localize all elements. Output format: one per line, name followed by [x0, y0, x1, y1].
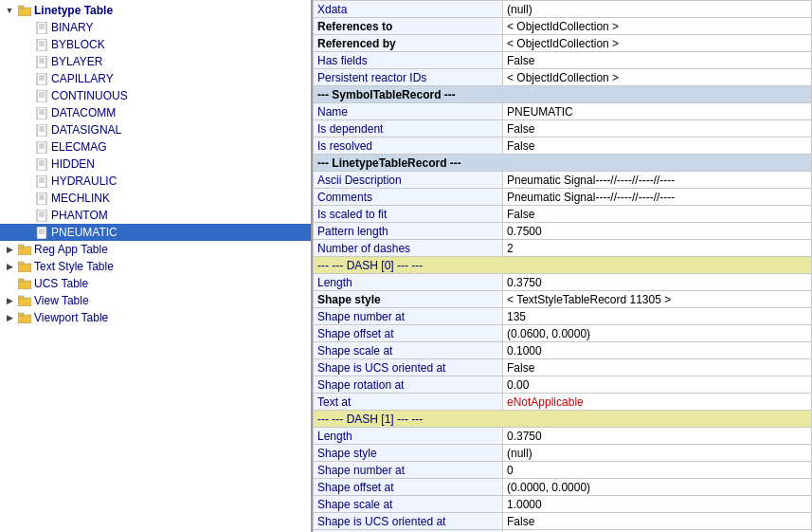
expander-icon[interactable]	[19, 71, 34, 86]
property-value: 0	[503, 462, 812, 479]
tree-item-mechlink[interactable]: MECHLINK	[0, 190, 311, 207]
property-value: False	[503, 120, 812, 138]
expander-icon[interactable]	[19, 156, 34, 172]
property-name: Shape rotation at	[314, 376, 503, 394]
expander-icon[interactable]	[19, 174, 34, 189]
svg-rect-34	[37, 158, 46, 171]
svg-rect-55	[18, 245, 24, 248]
property-name: Has fields	[314, 52, 503, 69]
property-value: eNotApplicable	[503, 394, 812, 411]
property-value: 135	[503, 308, 812, 325]
tree-item-ucs-table[interactable]: UCS Table	[0, 275, 311, 292]
property-row: CommentsPneumatic Signal----//----//----…	[314, 189, 812, 206]
svg-rect-63	[18, 313, 24, 316]
tree-label: CONTINUOUS	[51, 89, 128, 102]
property-row: Text ateNotApplicable	[314, 394, 812, 411]
dash-header-row: --- --- DASH [1] --- ---	[314, 411, 812, 428]
dash-header-label: --- --- DASH [1] --- ---	[314, 411, 812, 428]
expander-icon[interactable]	[2, 276, 17, 291]
property-value: False	[503, 206, 812, 223]
tree-item-binary[interactable]: BINARY	[0, 19, 311, 36]
tree-item-continuous[interactable]: CONTINUOUS	[0, 87, 311, 104]
svg-rect-2	[37, 22, 46, 34]
tree-node-icon	[17, 277, 32, 290]
property-name: Is dependent	[314, 120, 503, 138]
tree-item-view-table[interactable]: ▶View Table	[0, 292, 311, 309]
property-value: (0.0000, 0.0000)	[503, 479, 812, 496]
svg-rect-6	[37, 39, 46, 51]
property-name: Shape offset at	[314, 479, 503, 496]
property-row: Shape offset at(0.0000, 0.0000)	[314, 479, 812, 496]
property-row: Ascii DescriptionPneumatic Signal----//-…	[314, 172, 812, 189]
tree-item-capillary[interactable]: CAPILLARY	[0, 70, 311, 87]
tree-item-byblock[interactable]: BYBLOCK	[0, 36, 311, 53]
property-value: 1.0000	[503, 496, 812, 513]
tree-node-icon	[34, 123, 49, 137]
dash-header-row: --- --- DASH [0] --- ---	[314, 257, 812, 274]
property-row: Length0.3750	[314, 428, 812, 445]
tree-label: HIDDEN	[51, 157, 95, 171]
tree-item-reg-app-table[interactable]: ▶Reg App Table	[0, 241, 311, 258]
expander-icon[interactable]	[19, 208, 34, 223]
expander-icon[interactable]	[19, 88, 34, 103]
property-row: Length0.3750	[314, 274, 812, 291]
tree-item-viewport-table[interactable]: ▶Viewport Table	[0, 309, 311, 326]
tree-node-icon	[34, 140, 49, 154]
props-panel: Xdata(null)References to< ObjectIdCollec…	[313, 0, 812, 532]
tree-item-datacomm[interactable]: DATACOMM	[0, 104, 311, 121]
expander-icon[interactable]: ▶	[2, 259, 17, 274]
tree-label: PHANTOM	[51, 209, 108, 222]
expander-icon[interactable]	[19, 105, 34, 120]
expander-icon[interactable]	[19, 225, 34, 240]
expander-icon[interactable]	[19, 191, 34, 206]
expander-icon[interactable]	[19, 122, 34, 138]
tree-item-hydraulic[interactable]: HYDRAULIC	[0, 173, 311, 190]
svg-rect-1	[18, 6, 24, 9]
tree-item-datasignal[interactable]: DATASIGNAL	[0, 121, 311, 138]
property-name: Shape is UCS oriented at	[314, 359, 503, 376]
property-row: Persistent reactor IDs< ObjectIdCollecti…	[314, 69, 812, 86]
expander-icon[interactable]: ▶	[2, 242, 17, 257]
property-name: Text at	[314, 394, 503, 411]
tree-label: BYLAYER	[51, 55, 102, 68]
tree-item-hidden[interactable]: HIDDEN	[0, 156, 311, 173]
property-row: Is resolvedFalse	[314, 138, 812, 155]
expander-icon[interactable]	[19, 54, 34, 69]
tree-item-bylayer[interactable]: BYLAYER	[0, 53, 311, 70]
tree-item-phantom[interactable]: PHANTOM	[0, 207, 311, 224]
tree-item-linetype-table[interactable]: ▼Linetype Table	[0, 2, 311, 19]
property-name: Shape scale at	[314, 496, 503, 513]
tree-item-pneumatic[interactable]: PNEUMATIC	[0, 224, 311, 241]
property-name: Shape scale at	[314, 342, 503, 359]
expander-icon[interactable]: ▶	[2, 293, 17, 308]
expander-icon[interactable]	[19, 20, 34, 35]
expander-icon[interactable]: ▶	[2, 310, 17, 325]
tree-label: CAPILLARY	[51, 72, 114, 85]
tree-item-text-style-table[interactable]: ▶Text Style Table	[0, 258, 311, 275]
property-name: Ascii Description	[314, 172, 503, 189]
tree-item-elecmag[interactable]: ELECMAG	[0, 138, 311, 156]
tree-label: ELECMAG	[51, 140, 107, 154]
property-row: Shape scale at0.1000	[314, 342, 812, 359]
section-header-label: --- LinetypeTableRecord ---	[314, 155, 812, 172]
property-value: False	[503, 138, 812, 155]
tree-node-icon	[17, 294, 32, 307]
property-name: Length	[314, 428, 503, 445]
expander-icon[interactable]	[19, 37, 34, 52]
tree-label: DATASIGNAL	[51, 123, 121, 137]
tree-label: BYBLOCK	[51, 38, 105, 51]
property-name: Shape number at	[314, 462, 503, 479]
expander-icon[interactable]: ▼	[2, 3, 17, 18]
svg-rect-38	[37, 175, 46, 188]
property-value: 2	[503, 240, 812, 257]
property-value: False	[503, 359, 812, 376]
tree-node-icon	[34, 174, 49, 188]
svg-rect-10	[37, 56, 46, 68]
property-value: (null)	[503, 445, 812, 462]
property-row: NamePNEUMATIC	[314, 103, 812, 120]
expander-icon[interactable]	[19, 139, 34, 155]
tree-label: Viewport Table	[34, 311, 108, 324]
section-header-row: --- SymbolTableRecord ---	[314, 86, 812, 103]
property-name: Is scaled to fit	[314, 206, 503, 223]
property-name: Pattern length	[314, 223, 503, 240]
